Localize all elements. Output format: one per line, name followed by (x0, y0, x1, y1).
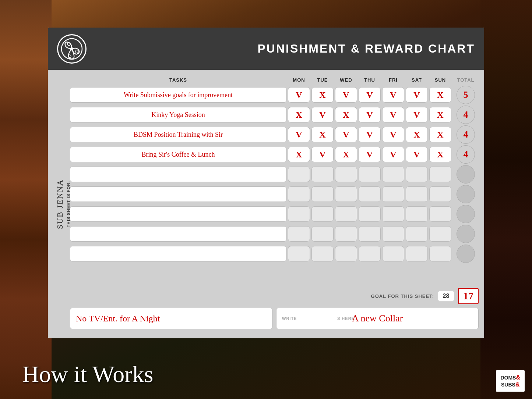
task-name-text: Write Submissive goals for improvement (124, 91, 233, 99)
day-cell: X (288, 107, 310, 122)
day-cell (429, 226, 451, 242)
day-cell (288, 226, 310, 242)
task-name-cell (70, 226, 286, 242)
goal-label: GOAL FOR THIS SHEET: (371, 293, 434, 299)
day-cell (311, 226, 334, 242)
day-cell (288, 246, 310, 261)
day-mark: V (390, 150, 396, 160)
task-name-cell (70, 246, 286, 261)
day-cell: V (288, 127, 310, 142)
day-mark: V (413, 90, 420, 100)
day-cell: X (288, 147, 310, 162)
day-cell: V (382, 107, 404, 122)
day-cell: V (406, 87, 428, 103)
column-headers: TASKS MON TUE WED THU FRI SAT SUN TOTAL (70, 77, 479, 86)
day-cell: V (335, 87, 357, 103)
day-mark: V (366, 130, 373, 140)
day-cell (288, 206, 310, 222)
day-cell: X (335, 107, 357, 122)
task-name-cell (70, 186, 286, 202)
total-header: TOTAL (453, 77, 479, 83)
total-number: 4 (464, 129, 468, 140)
day-mark: V (343, 130, 349, 140)
day-mark: V (343, 90, 349, 100)
footer-row: GOAL FOR THIS SHEET: 28 17 (70, 285, 479, 306)
tasks-grid: Write Submissive goals for improvementVX… (70, 86, 479, 285)
total-number: 4 (464, 109, 468, 120)
goal-value: 28 (438, 291, 454, 301)
day-cell: X (429, 87, 451, 103)
table-row: Bring Sir's Coffee & LunchXVXVVVX4 (70, 145, 479, 163)
day-cell (382, 186, 404, 202)
total-number: 4 (464, 149, 468, 160)
day-cell (382, 206, 404, 222)
day-cell (335, 186, 357, 202)
table-row: Kinky Yoga SessionXVXVVVX4 (70, 106, 479, 123)
day-cell (406, 167, 428, 182)
day-mark: V (296, 90, 302, 100)
day-mark: X (296, 150, 302, 160)
brand-box: DOMS&SUBS& (496, 370, 525, 392)
svg-point-3 (75, 50, 78, 53)
day-cell (335, 226, 357, 242)
day-cell (382, 167, 404, 182)
day-mark: V (413, 110, 420, 120)
total-cell (457, 165, 475, 184)
day-cell (382, 246, 404, 261)
day-mark: X (319, 130, 325, 140)
for-label: THIS SHEET IS FOR: (66, 181, 71, 227)
day-cell (429, 246, 451, 261)
day-cell (429, 167, 451, 182)
day-cell (311, 167, 334, 182)
day-mark: V (390, 90, 396, 100)
side-label: Sub Jenna THIS SHEET IS FOR: (53, 75, 68, 333)
day-cell (429, 186, 451, 202)
reward-placeholder-label: WRITE S HERE (282, 316, 355, 321)
total-number: 5 (464, 89, 468, 100)
task-name-text: Bring Sir's Coffee & Lunch (142, 151, 215, 158)
day-cell (406, 226, 428, 242)
day-cell: X (311, 127, 334, 142)
table-row: BDSM Position Training with SirVXVVVXX4 (70, 125, 479, 143)
day-cell: V (382, 147, 404, 162)
chart-title: PUNISHMENT & REWARD CHART (87, 42, 475, 56)
day-cell: V (406, 107, 428, 122)
day-mark: V (390, 110, 396, 120)
task-name-text: Kinky Yoga Session (151, 111, 205, 119)
content-area: Sub Jenna THIS SHEET IS FOR: TASKS MON T… (48, 70, 484, 338)
table-row: Write Submissive goals for improvementVX… (70, 86, 479, 103)
fri-header: FRI (382, 77, 404, 83)
day-cell: V (288, 87, 310, 103)
total-cell (457, 245, 475, 263)
day-mark: V (366, 110, 373, 120)
day-cell: X (429, 127, 451, 142)
triskelion-icon (61, 38, 83, 60)
total-score: 17 (458, 288, 479, 304)
total-cell (457, 205, 475, 223)
tasks-header: TASKS (70, 77, 286, 83)
day-mark: X (296, 110, 302, 120)
svg-point-1 (71, 48, 73, 50)
day-mark: X (437, 150, 443, 160)
table-row (70, 205, 479, 222)
day-cell (406, 186, 428, 202)
day-cell (359, 226, 381, 242)
day-cell: X (311, 87, 334, 103)
day-mark: X (437, 90, 443, 100)
table-row (70, 245, 479, 262)
day-mark: V (319, 110, 325, 120)
day-mark: X (343, 110, 349, 120)
task-name-text: BDSM Position Training with Sir (134, 131, 223, 139)
total-cell: 4 (457, 106, 475, 124)
punishment-text: No TV/Ent. for A Night (76, 314, 160, 324)
task-name-cell (70, 206, 286, 222)
brand-text: DOMS&SUBS& (500, 374, 520, 388)
table-row (70, 165, 479, 183)
day-cell (429, 206, 451, 222)
task-name-cell: BDSM Position Training with Sir (70, 127, 286, 142)
day-cell (288, 186, 310, 202)
day-cell (311, 206, 334, 222)
header: PUNISHMENT & REWARD CHART (48, 28, 484, 70)
sat-header: SAT (406, 77, 428, 83)
mon-header: MON (288, 77, 310, 83)
